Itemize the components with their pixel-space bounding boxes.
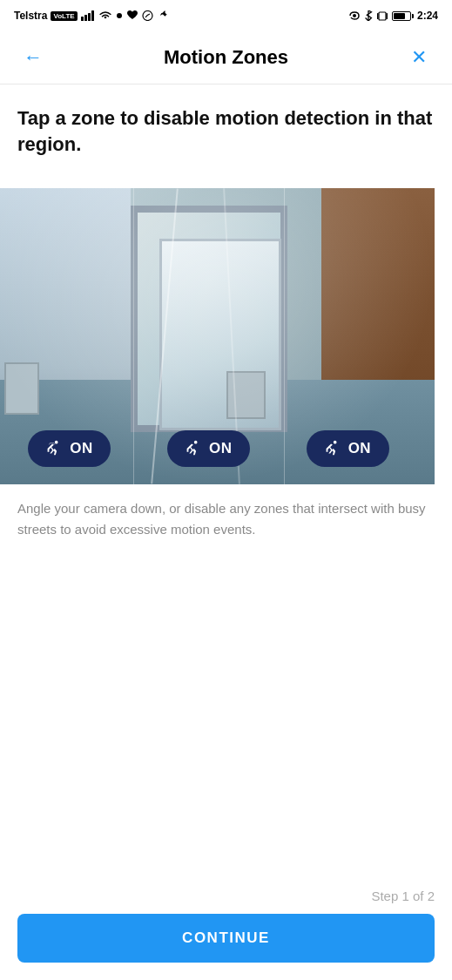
zone-3-label: ON bbox=[348, 440, 372, 457]
svg-point-11 bbox=[194, 441, 198, 444]
main-content: Tap a zone to disable motion detection i… bbox=[0, 84, 452, 188]
svg-rect-7 bbox=[379, 12, 386, 20]
hint-text: Angle your camera down, or disable any z… bbox=[0, 484, 452, 553]
camera-view: ON ON bbox=[0, 188, 435, 484]
zone-2-button[interactable]: ON bbox=[167, 430, 250, 467]
battery-indicator bbox=[392, 11, 414, 21]
instruction-text: Tap a zone to disable motion detection i… bbox=[17, 105, 435, 157]
zone-3-button[interactable]: ON bbox=[307, 430, 389, 467]
zone-1-button[interactable]: ON bbox=[28, 430, 111, 467]
heart-icon bbox=[126, 10, 138, 21]
carrier-name: Telstra bbox=[14, 10, 47, 22]
time-display: 2:24 bbox=[417, 10, 438, 22]
zone-2-label: ON bbox=[209, 440, 233, 457]
continue-button[interactable]: CONTINUE bbox=[17, 914, 435, 963]
close-icon: ✕ bbox=[411, 46, 427, 69]
back-arrow-icon: ← bbox=[24, 46, 43, 69]
wifi-icon bbox=[98, 10, 112, 21]
volte-badge: VoLTE bbox=[51, 11, 77, 21]
status-right: 2:24 bbox=[348, 10, 438, 22]
bluetooth-icon bbox=[364, 10, 373, 21]
svg-rect-1 bbox=[84, 15, 87, 21]
zones-overlay: ON ON bbox=[0, 416, 435, 484]
motion-icon-1 bbox=[44, 439, 63, 458]
svg-point-10 bbox=[55, 441, 58, 444]
close-button[interactable]: ✕ bbox=[403, 42, 435, 73]
svg-point-6 bbox=[353, 14, 356, 17]
dot-icon bbox=[116, 10, 123, 21]
zone-1-label: ON bbox=[70, 440, 93, 457]
nfc-icon bbox=[348, 10, 361, 21]
status-bar: Telstra VoLTE bbox=[0, 0, 452, 31]
share-icon bbox=[157, 10, 168, 21]
page-title: Motion Zones bbox=[49, 46, 403, 69]
svg-rect-0 bbox=[81, 17, 84, 21]
bottom-section: Step 1 of 2 CONTINUE bbox=[0, 878, 452, 980]
page-header: ← Motion Zones ✕ bbox=[0, 31, 452, 84]
whatsapp-icon bbox=[142, 10, 153, 21]
camera-scene: ON ON bbox=[0, 188, 435, 484]
step-indicator: Step 1 of 2 bbox=[17, 878, 435, 914]
vibrate-icon bbox=[376, 10, 388, 21]
svg-rect-9 bbox=[386, 13, 388, 19]
signal-icon bbox=[81, 10, 95, 21]
svg-rect-8 bbox=[377, 13, 379, 19]
svg-point-4 bbox=[117, 13, 122, 18]
svg-rect-3 bbox=[91, 10, 94, 21]
motion-icon-3 bbox=[322, 439, 341, 458]
back-button[interactable]: ← bbox=[17, 42, 49, 73]
svg-rect-2 bbox=[88, 13, 91, 21]
svg-point-12 bbox=[333, 441, 336, 444]
carrier-info: Telstra VoLTE bbox=[14, 10, 168, 22]
motion-icon-2 bbox=[183, 439, 202, 458]
